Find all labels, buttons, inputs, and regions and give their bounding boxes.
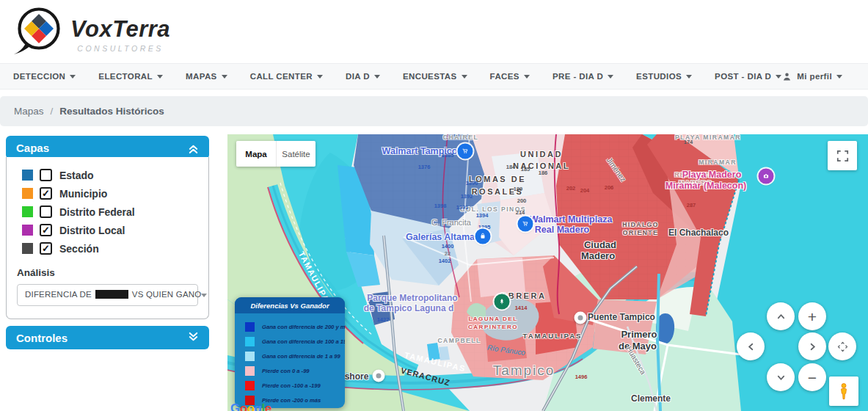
chevron-down-icon	[317, 75, 323, 79]
brand-tagline: CONSULTORES	[77, 44, 163, 53]
sidebar: Capas Estado✓MunicipioDistrito Federal✓D…	[6, 134, 209, 349]
layer-label: Estado	[59, 170, 94, 181]
profile-menu[interactable]: Mi perfil	[781, 71, 842, 82]
nav-item-dia-d[interactable]: DIA D	[346, 72, 380, 81]
legend-swatch	[245, 366, 255, 376]
cart-marker-icon[interactable]	[458, 144, 473, 159]
map-legend: Diferencias Vs Ganador Gana con diferenc…	[235, 297, 345, 408]
street-view-pegman-button[interactable]	[829, 377, 858, 406]
legend-entry: Gana con diferencia de 1 a 99	[245, 349, 345, 363]
collapse-double-chevron-up-icon[interactable]	[187, 142, 200, 154]
chevron-down-icon	[776, 75, 781, 79]
analisis-selected-value: DIFERENCIA DEVS QUIEN GANO	[25, 290, 201, 300]
nav-item-label: DETECCION	[13, 72, 65, 81]
pan-right-button[interactable]	[798, 332, 826, 360]
nav-item-label: DIA D	[346, 72, 370, 81]
nav-item-label: POST - DIA D	[715, 72, 771, 81]
pan-mode-button[interactable]	[828, 332, 856, 360]
google-attribution-letter: g	[255, 401, 262, 411]
google-attribution-letter: e	[265, 401, 271, 411]
tree-marker-icon[interactable]	[495, 294, 510, 310]
ring-marker-icon[interactable]	[373, 370, 385, 382]
camera-marker-icon[interactable]	[759, 169, 774, 184]
layer-label: Distrito Local	[59, 225, 125, 236]
chevron-down-icon	[836, 75, 842, 79]
expand-double-chevron-down-icon[interactable]	[187, 332, 200, 344]
page: VoxTerra CONSULTORES DETECCIONELECTORALM…	[0, 0, 868, 411]
capas-header[interactable]: Capas	[6, 136, 209, 159]
google-attribution-letter: o	[240, 401, 247, 411]
layer-label: Distrito Federal	[59, 206, 135, 218]
google-attribution-letter: G	[230, 401, 240, 411]
nav-item-electoral[interactable]: ELECTORAL	[98, 72, 163, 81]
layer-swatch	[22, 243, 33, 254]
chevron-right-icon	[807, 341, 818, 352]
controles-header[interactable]: Controles	[6, 326, 209, 349]
nav-item-mapas[interactable]: MAPAS	[186, 72, 227, 81]
pegman-icon	[836, 382, 851, 400]
chevron-down-icon	[222, 75, 227, 79]
pan-left-button[interactable]	[737, 332, 765, 360]
chevron-down-icon	[70, 75, 76, 79]
nav-item-deteccion[interactable]: DETECCION	[13, 72, 76, 81]
redacted-text	[95, 290, 128, 299]
breadcrumb: Mapas / Resultados Históricos	[0, 96, 868, 126]
fullscreen-icon	[836, 149, 850, 163]
layer-swatch	[22, 170, 33, 181]
nav-item-label: PRE - DIA D	[552, 72, 603, 81]
zoom-out-button[interactable]: −	[798, 363, 826, 391]
legend-entry: Gana con diferencia de 100 a 199	[245, 334, 345, 349]
brand-logo-icon	[10, 6, 66, 57]
chevron-down-icon	[157, 75, 163, 79]
layer-row-municipio: ✓Municipio	[7, 184, 208, 203]
legend-entry-label: Gana con diferencia de 1 a 99	[262, 353, 340, 360]
nav-item-estudios[interactable]: ESTUDIOS	[636, 72, 692, 81]
controles-title: Controles	[16, 332, 68, 344]
nav-item-encuestas[interactable]: ENCUESTAS	[403, 72, 467, 81]
select-caret-icon	[201, 294, 207, 297]
layer-checkbox-municipio[interactable]: ✓	[40, 187, 52, 200]
zoom-in-button[interactable]: +	[798, 302, 826, 330]
layer-row-estado: Estado	[7, 166, 208, 184]
layer-label: Sección	[59, 243, 99, 255]
capas-panel: Estado✓MunicipioDistrito Federal✓Distrit…	[6, 157, 209, 319]
layer-label: Municipio	[59, 188, 107, 200]
pan-down-button[interactable]	[767, 363, 795, 391]
nav-item-call-center[interactable]: CALL CENTER	[250, 72, 323, 81]
map-canvas[interactable]: CHAIRELWalmart TampicoUNIDADNACIONALLOMA…	[227, 134, 868, 411]
app-header: VoxTerra CONSULTORES	[0, 0, 868, 63]
pan-up-button[interactable]	[767, 302, 795, 330]
legend-entries: Gana con diferencia de 200 y másGana con…	[235, 313, 345, 407]
nav-item-label: ENCUESTAS	[403, 72, 457, 81]
map-type-sat-lite[interactable]: Satélite	[276, 141, 316, 167]
google-attribution-letter: o	[247, 401, 255, 411]
layer-checkbox-secci-n[interactable]: ✓	[40, 242, 52, 255]
legend-swatch	[245, 352, 255, 361]
chevron-down-icon	[462, 75, 467, 79]
capas-title: Capas	[16, 142, 49, 154]
nav-item-label: ELECTORAL	[98, 72, 153, 81]
layer-list: Estado✓MunicipioDistrito Federal✓Distrit…	[7, 166, 208, 258]
ring-marker-icon[interactable]	[575, 312, 587, 324]
google-attribution: Google	[230, 401, 271, 411]
chevron-down-icon	[686, 75, 692, 79]
map-type-mapa[interactable]: Mapa	[236, 141, 276, 167]
legend-swatch	[245, 381, 255, 390]
nav-item-label: ESTUDIOS	[636, 72, 682, 81]
layer-checkbox-estado[interactable]	[40, 169, 52, 181]
nav-item-post-dia-d[interactable]: POST - DIA D	[715, 72, 781, 81]
layer-checkbox-distrito-local[interactable]: ✓	[40, 224, 52, 236]
bag-marker-icon[interactable]	[475, 229, 491, 244]
layer-checkbox-distrito-federal[interactable]	[40, 205, 52, 218]
nav-item-faces[interactable]: FACES	[490, 72, 530, 81]
layer-swatch	[22, 225, 33, 236]
legend-entry-label: Pierde con 0 a -99	[262, 368, 310, 374]
cart-marker-icon[interactable]	[518, 217, 533, 232]
nav-item-label: MAPAS	[186, 72, 217, 81]
breadcrumb-section[interactable]: Mapas	[14, 106, 44, 117]
analisis-select[interactable]: DIFERENCIA DEVS QUIEN GANO	[17, 284, 198, 306]
nav-item-pre-dia-d[interactable]: PRE - DIA D	[552, 72, 613, 81]
nav-user-area: Mi perfil Salir del Sistema	[781, 71, 868, 82]
fullscreen-button[interactable]	[828, 141, 857, 170]
analisis-label: Análisis	[17, 267, 208, 278]
